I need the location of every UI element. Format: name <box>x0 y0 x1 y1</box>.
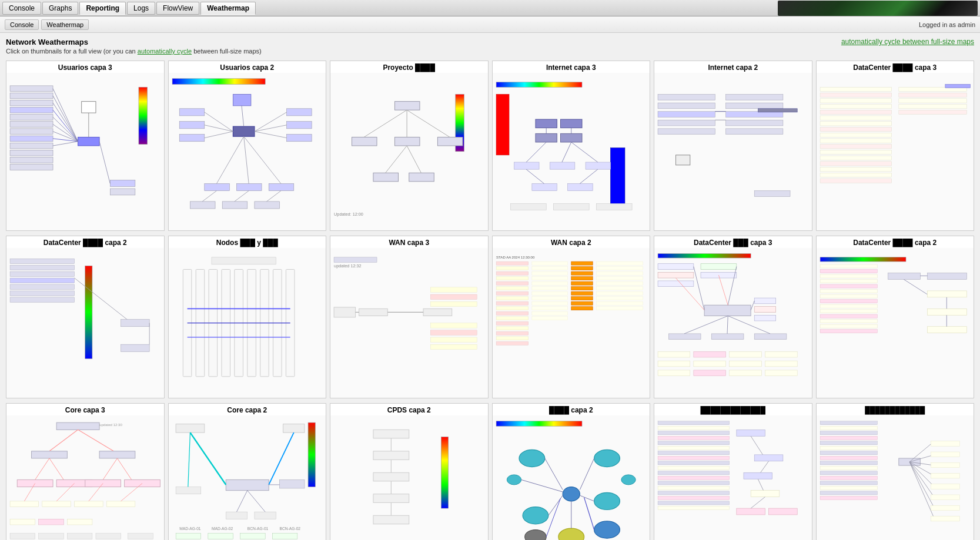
map-card-dc-capa2-c[interactable]: DataCenter ████ capa 2 <box>816 236 975 398</box>
auto-cycle-link[interactable]: automatically cycle <box>138 48 192 55</box>
map-card-usuarios-capa3[interactable]: Usuarios capa 3 <box>6 61 165 231</box>
map-card-dense2[interactable]: █████████████ <box>654 403 812 540</box>
map-card-internet-capa3[interactable]: Internet capa 3 <box>492 61 651 231</box>
auto-cycle-label[interactable]: automatically cycle between full-size ma… <box>841 38 974 46</box>
svg-rect-38 <box>269 183 294 190</box>
svg-rect-279 <box>99 451 135 458</box>
svg-rect-202 <box>571 281 592 285</box>
svg-line-51 <box>202 191 216 202</box>
svg-line-318 <box>188 432 190 487</box>
svg-rect-23 <box>110 180 135 186</box>
nav-tab-logs[interactable]: Logs <box>127 2 155 15</box>
map-card-nodos[interactable]: Nodos ███ y ███ <box>168 236 327 398</box>
svg-rect-252 <box>820 264 877 267</box>
svg-line-50 <box>243 136 280 183</box>
breadcrumb-console[interactable]: Console <box>5 19 39 30</box>
svg-rect-130 <box>10 265 74 270</box>
map-card-dense3[interactable]: ████████████ <box>816 403 975 540</box>
svg-rect-359 <box>658 436 730 440</box>
maps-row-1: Usuarios capa 3 <box>6 61 974 231</box>
svg-point-344 <box>524 529 546 540</box>
map-card-wan-capa2[interactable]: WAN capa 2 STAD AA 2024 12:30:00 <box>492 236 651 398</box>
svg-rect-175 <box>496 291 529 295</box>
svg-text:updated 12:30: updated 12:30 <box>99 423 122 427</box>
map-card-wan-capa3[interactable]: WAN capa 3 updated 12:32 <box>330 236 489 398</box>
map-card-dc-capa3-b[interactable]: DataCenter ███ capa 3 <box>654 236 812 398</box>
svg-rect-179 <box>496 311 529 315</box>
svg-rect-247 <box>658 370 690 375</box>
svg-rect-34 <box>286 122 312 129</box>
map-card-usuarios-capa2[interactable]: Usuarios capa 2 <box>168 61 327 231</box>
map-card-cpds-capa2[interactable]: CPDS capa 2 <box>330 403 489 540</box>
svg-point-340 <box>594 450 620 467</box>
map-card-dc-capa2-2[interactable]: DataCenter ████ capa 2 <box>6 236 165 398</box>
map-content-dc-capa2-2 <box>6 248 164 398</box>
svg-rect-169 <box>496 261 529 265</box>
svg-rect-364 <box>658 461 730 465</box>
breadcrumb-weathermap[interactable]: Weathermap <box>41 19 89 30</box>
svg-rect-191 <box>531 286 567 290</box>
svg-rect-28 <box>172 79 265 85</box>
svg-rect-393 <box>820 466 877 469</box>
svg-rect-254 <box>820 274 877 277</box>
svg-rect-368 <box>658 481 730 485</box>
svg-point-345 <box>507 475 521 485</box>
svg-rect-373 <box>658 506 730 509</box>
svg-rect-337 <box>496 421 582 427</box>
svg-rect-10 <box>10 150 53 156</box>
map-card-core-capa2[interactable]: Core capa 2 <box>168 403 327 540</box>
svg-rect-157 <box>423 308 452 316</box>
svg-rect-81 <box>510 204 546 210</box>
nav-tab-weathermap[interactable]: Weathermap <box>200 2 256 15</box>
svg-line-48 <box>216 136 243 183</box>
svg-rect-266 <box>888 273 920 279</box>
svg-line-86 <box>526 142 546 162</box>
svg-line-276 <box>49 430 78 451</box>
svg-line-52 <box>234 191 248 202</box>
svg-rect-291 <box>75 501 103 507</box>
svg-rect-223 <box>701 272 737 278</box>
nav-tab-flowview[interactable]: FlowView <box>156 2 199 15</box>
svg-rect-111 <box>820 116 892 120</box>
svg-rect-258 <box>820 294 877 298</box>
svg-rect-233 <box>668 333 701 339</box>
svg-rect-178 <box>496 306 529 310</box>
svg-rect-275 <box>56 422 99 430</box>
svg-rect-24 <box>110 189 135 195</box>
map-title-internet-capa2: Internet capa 2 <box>654 61 812 73</box>
svg-rect-241 <box>730 351 762 357</box>
svg-rect-272 <box>927 326 966 333</box>
subtitle-end: between full-size maps) <box>193 48 262 55</box>
svg-rect-40 <box>222 202 247 209</box>
svg-rect-181 <box>496 321 529 325</box>
svg-line-67 <box>407 146 421 173</box>
svg-line-55 <box>242 106 244 126</box>
svg-rect-100 <box>726 129 783 135</box>
svg-rect-132 <box>10 278 74 283</box>
svg-rect-82 <box>553 204 589 210</box>
svg-rect-160 <box>430 294 477 300</box>
svg-rect-307 <box>283 424 304 432</box>
map-card-internet-capa2[interactable]: Internet capa 2 <box>654 61 812 231</box>
map-card-core-capa3[interactable]: Core capa 3 <box>6 403 165 540</box>
svg-rect-398 <box>820 491 877 495</box>
map-card-proyecto[interactable]: Proyecto ████ <box>330 61 489 231</box>
map-content-dense3 <box>817 415 974 540</box>
svg-rect-380 <box>751 490 780 497</box>
svg-rect-314 <box>254 512 275 519</box>
auto-cycle-anchor[interactable]: automatically cycle between full-size ma… <box>841 38 974 46</box>
svg-rect-414 <box>931 495 959 500</box>
svg-text:MAD-AG-02: MAD-AG-02 <box>211 526 233 530</box>
nav-tab-graphs[interactable]: Graphs <box>42 2 78 15</box>
svg-rect-383 <box>769 508 798 515</box>
nav-tab-console[interactable]: Console <box>2 2 41 15</box>
svg-rect-289 <box>10 501 39 507</box>
map-content-nodos <box>169 248 326 398</box>
map-card-capa2-d[interactable]: ████ capa 2 <box>492 403 651 540</box>
brand-logo <box>778 1 978 16</box>
nav-tab-reporting[interactable]: Reporting <box>79 2 126 15</box>
svg-rect-1 <box>10 86 53 92</box>
map-card-datacenter-capa3[interactable]: DataCenter ████ capa 3 <box>816 61 975 231</box>
svg-line-236 <box>684 316 728 333</box>
svg-rect-304 <box>128 533 153 539</box>
